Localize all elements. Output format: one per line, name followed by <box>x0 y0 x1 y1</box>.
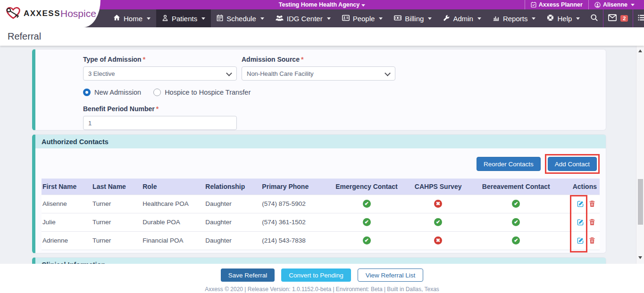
page-footer: Save Referral Convert to Pending View Re… <box>0 264 644 293</box>
home-icon <box>113 14 120 23</box>
search-button[interactable] <box>585 9 603 27</box>
cell-primary-phone: (574) 361-1502 <box>261 213 330 231</box>
cell-primary-phone: (214) 543-7838 <box>261 231 330 250</box>
cell-last-name: Turner <box>92 195 142 213</box>
cell-emergency-contact: ✔ <box>330 195 402 213</box>
benefit-period-input[interactable] <box>83 116 237 130</box>
nav-label: Schedule <box>226 15 256 23</box>
chevron-down-icon <box>477 17 481 20</box>
save-referral-button[interactable]: Save Referral <box>221 269 275 282</box>
edit-contact-icon[interactable] <box>577 219 584 226</box>
radio-hospice-transfer[interactable]: Hospice to Hospice Transfer <box>153 89 251 96</box>
cell-emergency-contact: ✔ <box>330 213 402 231</box>
delete-contact-icon[interactable] <box>589 219 595 226</box>
admission-source-label: Admission Source* <box>242 56 395 63</box>
nav-label: Billing <box>405 15 424 23</box>
cell-cahps-survey: ✖ <box>403 231 474 250</box>
brand-product: Hospice <box>60 8 96 19</box>
radio-new-admission[interactable]: New Admission <box>83 89 141 96</box>
admin-icon <box>443 15 450 23</box>
chevron-down-icon <box>260 17 264 20</box>
required-asterisk: * <box>156 105 159 113</box>
copyright-text: Axxess © 2020 | Release Version: 1.0.115… <box>0 286 644 293</box>
schedule-icon <box>217 15 223 23</box>
authorized-contacts-card: Authorized Contacts Reorder Contacts Add… <box>32 134 606 253</box>
nav-item-billing[interactable]: Billing <box>388 9 437 27</box>
cell-relationship: Daughter <box>204 231 261 250</box>
chevron-down-icon <box>631 4 635 6</box>
col-primary-phone: Primary Phone <box>261 179 330 195</box>
chevron-down-icon <box>147 17 151 20</box>
col-first-name: First Name <box>42 179 92 195</box>
table-header-row: First Name Last Name Role Relationship P… <box>42 179 600 195</box>
view-referral-list-button[interactable]: View Referral List <box>358 269 424 282</box>
user-name: Alisenne <box>603 1 627 8</box>
check-icon: ✔ <box>363 200 371 208</box>
col-cahps-survey: CAHPS Survey <box>403 179 474 195</box>
messages-button[interactable]: 2 <box>603 9 633 27</box>
delete-contact-icon[interactable] <box>589 237 595 244</box>
chevron-down-icon <box>361 4 365 7</box>
idg-center-icon <box>276 15 284 23</box>
page-title-bar: Referral <box>0 27 644 46</box>
delete-contact-icon[interactable] <box>589 200 595 207</box>
cell-cahps-survey: ✖ <box>403 195 474 213</box>
cell-bereavement-contact: ✔ <box>474 195 559 213</box>
vertical-scrollbar[interactable] <box>636 46 644 264</box>
user-menu[interactable]: Alisenne <box>589 0 640 9</box>
nav-item-home[interactable]: Home <box>108 9 156 27</box>
cell-role: Durable POA <box>142 213 204 231</box>
user-icon <box>594 2 601 8</box>
cell-relationship: Daughter <box>204 195 261 213</box>
col-bereavement-contact: Bereavement Contact <box>474 179 559 195</box>
reorder-contacts-button[interactable]: Reorder Contacts <box>477 157 541 171</box>
check-icon: ✔ <box>512 236 520 244</box>
nav-item-help[interactable]: Help <box>541 9 585 27</box>
check-icon: ✔ <box>363 218 371 226</box>
reports-icon <box>493 15 500 23</box>
cell-emergency-contact: ✔ <box>330 231 402 250</box>
nav-label: Patients <box>172 15 197 23</box>
nav-label: Admin <box>453 15 473 23</box>
clinical-information-header: Clinical Information <box>35 258 606 264</box>
table-row: AlisenneTurnerHealthcare POADaughter(574… <box>42 195 600 213</box>
cell-role: Financial POA <box>142 231 204 250</box>
brand-logo[interactable]: AxxessHospice <box>0 0 100 27</box>
type-of-admission-select[interactable]: 3 Elective <box>83 66 237 81</box>
nav-item-reports[interactable]: Reports <box>487 9 542 27</box>
cell-last-name: Turner <box>92 213 142 231</box>
col-actions: Actions <box>559 179 600 195</box>
nav-item-idg-center[interactable]: IDG Center <box>270 9 336 27</box>
chevron-down-icon <box>532 17 535 20</box>
type-of-admission-label: Type of Admission* <box>83 56 237 63</box>
nav-label: Reports <box>503 15 528 23</box>
scrollbar-thumb[interactable] <box>638 179 643 225</box>
admission-source-select[interactable]: Non-Health Care Facility <box>242 66 395 81</box>
edit-contact-icon[interactable] <box>577 200 584 207</box>
mail-badge: 2 <box>620 15 628 22</box>
radio-label: New Admission <box>94 89 141 96</box>
axxess-planner-link[interactable]: Axxess Planner <box>525 0 588 9</box>
benefit-period-label: Benefit Period Number* <box>83 105 606 113</box>
nav-item-admin[interactable]: Admin <box>437 9 487 27</box>
annotation-highlight-add-contact: Add Contact <box>545 154 600 174</box>
scroll-down-arrow-icon[interactable] <box>638 256 642 259</box>
add-contact-button[interactable]: Add Contact <box>548 157 597 171</box>
nav-item-schedule[interactable]: Schedule <box>211 9 270 27</box>
table-row: AdrienneTurnerFinancial POADaughter(214)… <box>42 231 600 250</box>
clinical-information-card: Clinical Information <box>32 257 606 264</box>
edit-contact-icon[interactable] <box>577 237 584 244</box>
list-menu-button[interactable] <box>633 9 644 27</box>
chevron-down-icon <box>576 17 580 20</box>
nav-item-people[interactable]: People <box>336 9 389 27</box>
nav-item-patients[interactable]: Patients <box>156 9 211 27</box>
convert-to-pending-button[interactable]: Convert to Pending <box>281 269 351 282</box>
mail-icon <box>608 14 617 23</box>
check-icon: ✔ <box>512 200 520 208</box>
radio-label: Hospice to Hospice Transfer <box>165 89 251 96</box>
required-asterisk: * <box>143 56 145 63</box>
cell-cahps-survey: ✔ <box>403 213 474 231</box>
agency-name: Testing Home Health Agency <box>279 1 360 8</box>
people-icon <box>342 15 350 23</box>
scroll-up-arrow-icon[interactable] <box>638 49 642 52</box>
